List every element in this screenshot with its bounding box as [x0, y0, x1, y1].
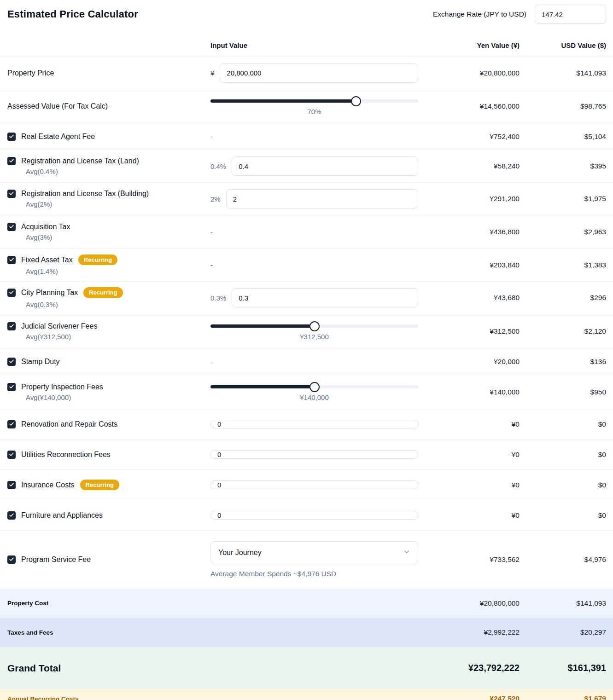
fee-usd-value: $1,975 [520, 195, 606, 203]
summary-label: Property Cost [7, 600, 418, 607]
fee-label: Registration and License Tax (Building) [21, 190, 149, 198]
fee-yen-value: ¥43,680 [418, 294, 520, 302]
fee-average-hint: Avg(0.4%) [26, 168, 210, 175]
fee-yen-value: ¥140,000 [418, 388, 520, 396]
fee-amount-input[interactable] [210, 511, 418, 520]
fee-checkbox[interactable] [7, 451, 16, 459]
fee-row-renovation-repair-costs: Renovation and Repair Costs ¥0 $0 [0, 409, 613, 440]
exchange-rate-group: Exchange Rate (JPY to USD) [433, 5, 606, 24]
check-icon [9, 358, 14, 366]
fee-label-cell: Property Price [7, 69, 210, 77]
fee-yen-value: ¥733,562 [418, 555, 520, 564]
summary-usd-value: $1,679 [520, 694, 606, 700]
summary-section: Property Cost ¥20,800,000 $141,093 Taxes… [0, 589, 613, 700]
fee-checkbox[interactable] [7, 555, 16, 564]
fee-input-cell: ¥ [210, 64, 418, 83]
fee-yen-value: ¥58,240 [418, 162, 520, 170]
slider-value-label: ¥140,000 [210, 393, 418, 401]
fee-checkbox[interactable] [7, 133, 16, 141]
summary-label: Taxes and Fees [7, 629, 418, 636]
fee-amount-input[interactable] [210, 480, 418, 489]
slider-track[interactable] [210, 324, 418, 328]
fee-checkbox[interactable] [7, 322, 16, 330]
summary-row-property-cost: Property Cost ¥20,800,000 $141,093 [0, 589, 613, 618]
fee-percent-input[interactable] [232, 156, 418, 176]
fee-average-hint: Avg(0.3%) [26, 301, 210, 308]
column-header-usd-value: USD Value ($) [520, 41, 606, 49]
fee-label: Stamp Duty [21, 358, 60, 366]
slider-thumb[interactable] [309, 382, 320, 392]
fee-row-city-planning-tax: City Planning TaxRecurringAvg(0.3%) 0.3%… [0, 282, 613, 314]
percent-prefix: 0.4% [210, 162, 226, 170]
slider-thumb[interactable] [351, 96, 361, 106]
exchange-rate-label: Exchange Rate (JPY to USD) [433, 10, 526, 18]
app-header: Estimated Price Calculator Exchange Rate… [0, 0, 613, 29]
summary-yen-value: ¥247,520 [418, 694, 520, 700]
exchange-rate-input[interactable] [535, 5, 606, 24]
fee-label-cell: Program Service Fee [7, 555, 210, 564]
program-select[interactable]: Your Journey [210, 541, 418, 564]
fee-checkbox[interactable] [7, 190, 16, 198]
fee-checkbox[interactable] [7, 420, 16, 428]
check-icon [9, 157, 14, 165]
fee-amount-input[interactable] [220, 64, 418, 83]
fee-input-cell [210, 420, 418, 428]
column-headers: Input Value Yen Value (¥) USD Value ($) [0, 34, 613, 57]
fee-slider[interactable]: ¥140,000 [210, 382, 418, 401]
fee-yen-value: ¥0 [418, 511, 520, 520]
summary-yen-value: ¥20,800,000 [418, 599, 520, 607]
fee-input-cell: - [210, 261, 418, 269]
fee-label: City Planning Tax [21, 289, 78, 297]
fee-label-cell: Fixed Asset TaxRecurringAvg(1.4%) [7, 255, 210, 276]
check-icon [9, 511, 14, 520]
fee-input-cell: ¥312,500 [210, 322, 418, 341]
no-input-dash: - [210, 228, 418, 236]
fee-amount-input[interactable] [210, 420, 418, 428]
recurring-badge: Recurring [80, 480, 119, 491]
slider-fill [210, 385, 315, 388]
fee-slider[interactable]: ¥312,500 [210, 322, 418, 341]
fee-rows: Property Price ¥ ¥20,800,000 $141,093 As… [0, 57, 613, 589]
fee-usd-value: $98,765 [520, 102, 606, 110]
fee-label-cell: Registration and License Tax (Land)Avg(0… [7, 157, 210, 175]
fee-row-acquisition-tax: Acquisition TaxAvg(3%) - ¥436,800 $2,963 [0, 215, 613, 249]
fee-usd-value: $0 [520, 451, 606, 459]
slider-track[interactable] [210, 99, 418, 103]
check-icon [9, 256, 14, 264]
fee-yen-value: ¥203,840 [418, 261, 520, 269]
fee-amount-input[interactable] [210, 450, 418, 459]
slider-track[interactable] [210, 385, 418, 388]
fee-average-hint: Avg(2%) [26, 200, 210, 208]
fee-slider[interactable]: 70% [210, 97, 418, 116]
summary-label: Annual Recurring Costs [7, 695, 418, 700]
fee-label: Real Estate Agent Fee [21, 133, 95, 141]
check-icon [9, 190, 14, 198]
chevron-down-icon [403, 548, 410, 557]
fee-usd-value: $4,976 [520, 555, 606, 564]
fee-label: Program Service Fee [21, 555, 91, 564]
slider-thumb[interactable] [309, 321, 320, 331]
fee-checkbox[interactable] [7, 481, 16, 489]
check-icon [9, 451, 14, 459]
estimated-price-calculator: Estimated Price Calculator Exchange Rate… [0, 0, 613, 700]
fee-checkbox[interactable] [7, 223, 16, 231]
summary-usd-value: $161,391 [520, 663, 606, 673]
column-header-yen-value: Yen Value (¥) [418, 41, 520, 49]
fee-percent-input[interactable] [232, 288, 418, 307]
fee-checkbox[interactable] [7, 511, 16, 520]
fee-input-cell: - [210, 358, 418, 365]
program-select-value: Your Journey [218, 549, 262, 557]
fee-row-program-service-fee: Program Service Fee Your Journey Average… [0, 531, 613, 589]
fee-percent-input[interactable] [226, 189, 418, 208]
fee-label-cell: Stamp Duty [7, 358, 210, 366]
fee-checkbox[interactable] [7, 358, 16, 366]
fee-checkbox[interactable] [7, 256, 16, 264]
fee-checkbox[interactable] [7, 383, 16, 391]
fee-checkbox[interactable] [7, 157, 16, 165]
column-header-input-value: Input Value [210, 41, 418, 49]
fee-yen-value: ¥0 [418, 420, 520, 428]
fee-usd-value: $1,383 [520, 261, 606, 269]
fee-yen-value: ¥291,200 [418, 195, 520, 203]
fee-checkbox[interactable] [7, 289, 16, 297]
recurring-badge: Recurring [83, 287, 123, 298]
